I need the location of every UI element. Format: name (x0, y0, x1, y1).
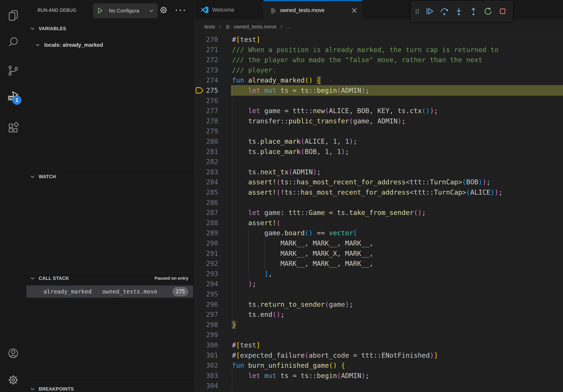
search-icon[interactable] (8, 36, 19, 48)
line-number[interactable]: 286 (194, 197, 218, 208)
code-line[interactable]: 270#[test] (194, 34, 563, 45)
code-line[interactable]: 290 MARK__, MARK__, MARK__, (194, 238, 563, 248)
watch-section-header[interactable]: WATCH (26, 171, 194, 182)
account-icon[interactable] (8, 348, 19, 359)
step-out-icon[interactable] (468, 6, 479, 16)
close-icon[interactable] (351, 7, 358, 14)
line-number[interactable]: 299 (194, 330, 218, 340)
code-line[interactable]: 272/// the player who made the "false" m… (194, 55, 563, 65)
code-line[interactable]: 281 ts.place_mark(BOB, 1, 1); (194, 146, 563, 157)
line-number[interactable]: 284 (194, 177, 218, 187)
variables-section-header[interactable]: VARIABLES (26, 23, 194, 34)
code-line[interactable]: 296 ts.return_to_sender(game); (194, 299, 563, 310)
line-number[interactable]: 301 (194, 350, 218, 360)
line-number[interactable]: 293 (194, 269, 218, 279)
more-actions-icon[interactable] (175, 8, 186, 13)
line-number[interactable]: 288 (194, 218, 218, 228)
line-number[interactable]: 303 (194, 370, 218, 381)
line-number[interactable]: 282 (194, 157, 218, 167)
line-number[interactable]: 300 (194, 340, 218, 350)
line-number[interactable]: 279 (194, 126, 218, 136)
code-line[interactable]: 283 ts.next_tx(ADMIN); (194, 167, 563, 177)
line-number[interactable]: 304 (194, 380, 218, 391)
code-line[interactable]: 286 (194, 197, 563, 208)
breadcrumb-symbol[interactable]: ... (286, 24, 291, 30)
code-line[interactable]: 302fun burn_unfinished_game() { (194, 360, 563, 370)
line-number[interactable]: 302 (194, 360, 218, 370)
code-line[interactable]: 304 (194, 380, 563, 391)
code-line[interactable]: 293 ], (194, 269, 563, 279)
line-number[interactable]: 276 (194, 95, 218, 106)
code-line[interactable]: 274fun already_marked() { (194, 75, 563, 85)
stop-icon[interactable] (498, 6, 508, 16)
code-line[interactable]: 285 assert!(!ts::has_most_recent_for_add… (194, 187, 563, 197)
code-line[interactable]: 278 transfer::public_transfer(game, ADMI… (194, 116, 563, 126)
code-line[interactable]: 303 let mut ts = ts::begin(ADMIN); (194, 370, 563, 381)
line-number[interactable]: 292 (194, 258, 218, 269)
code-line[interactable]: 292 MARK__, MARK__, MARK__, (194, 258, 563, 269)
tab-welcome[interactable]: Welcome (194, 0, 264, 20)
code-line[interactable]: 301#[expected_failure(abort_code = ttt::… (194, 350, 563, 360)
step-over-icon[interactable] (439, 6, 449, 16)
line-number[interactable]: 273 (194, 65, 218, 75)
line-number[interactable]: 294 (194, 279, 218, 289)
code-line[interactable]: 273/// player. (194, 65, 563, 75)
code-line[interactable]: 276 (194, 95, 563, 106)
drag-handle[interactable] (414, 7, 420, 16)
breadcrumb-folder[interactable]: tests (204, 24, 215, 30)
code-line[interactable]: 275 let mut ts = ts::begin(ADMIN); (194, 85, 563, 95)
debug-config-dropdown[interactable]: No Configura (93, 3, 158, 18)
code-line[interactable]: 300#[test] (194, 340, 563, 350)
debug-settings-gear-icon[interactable] (159, 6, 168, 15)
extensions-icon[interactable] (8, 122, 19, 134)
code-line[interactable]: 294 ); (194, 279, 563, 289)
restart-icon[interactable] (483, 6, 493, 16)
code-line[interactable]: 295 (194, 289, 563, 299)
locals-scope-row[interactable]: locals: already_marked (26, 40, 194, 50)
line-number[interactable]: 272 (194, 55, 218, 65)
line-number[interactable]: 298 (194, 320, 218, 330)
code-line[interactable]: 291 MARK__, MARK_X, MARK__, (194, 248, 563, 259)
code-line[interactable]: 271/// When a position is already marked… (194, 45, 563, 55)
line-number[interactable]: 280 (194, 136, 218, 146)
line-number[interactable]: 274 (194, 75, 218, 85)
step-into-icon[interactable] (454, 6, 464, 16)
code-line[interactable]: 299 (194, 330, 563, 340)
breadcrumb-file[interactable]: owned_tests.move (234, 24, 277, 30)
line-number[interactable]: 289 (194, 228, 218, 238)
code-line[interactable]: 287 let game: ttt::Game = ts.take_from_s… (194, 208, 563, 218)
line-number[interactable]: 281 (194, 146, 218, 157)
code-line[interactable]: 297 ts.end(); (194, 309, 563, 320)
code-editor[interactable]: 270#[test]271/// When a position is alre… (194, 0, 563, 392)
line-number[interactable]: 297 (194, 309, 218, 320)
code-line[interactable]: 298} (194, 320, 563, 330)
code-line[interactable]: 279 (194, 126, 563, 136)
line-number[interactable]: 296 (194, 299, 218, 310)
code-line[interactable]: 289 game.board() == vector[ (194, 228, 563, 238)
start-debug-icon[interactable] (96, 7, 104, 14)
line-number[interactable]: 291 (194, 248, 218, 259)
callstack-section-header[interactable]: CALL STACK Paused on entry (26, 273, 194, 284)
line-number[interactable]: 275 (194, 85, 218, 95)
code-line[interactable]: 288 assert!( (194, 218, 563, 228)
source-control-icon[interactable] (8, 65, 19, 76)
code-line[interactable]: 282 (194, 157, 563, 167)
callstack-frame-row[interactable]: already_marked owned_tests.move 275 (26, 285, 193, 298)
line-number[interactable]: 285 (194, 187, 218, 197)
line-number[interactable]: 295 (194, 289, 218, 299)
line-number[interactable]: 290 (194, 238, 218, 248)
line-number[interactable]: 287 (194, 208, 218, 218)
code-line[interactable]: 280 ts.place_mark(ALICE, 1, 1); (194, 136, 563, 146)
line-number[interactable]: 283 (194, 167, 218, 177)
tab-owned-tests-move[interactable]: owned_tests.move (264, 0, 362, 20)
line-number[interactable]: 278 (194, 116, 218, 126)
code-line[interactable]: 284 assert!(ts::has_most_recent_for_addr… (194, 177, 563, 187)
line-number[interactable]: 277 (194, 105, 218, 116)
breakpoints-section-header[interactable]: BREAKPOINTS (26, 384, 194, 392)
line-number[interactable]: 271 (194, 45, 218, 55)
settings-gear-icon[interactable] (8, 374, 19, 386)
line-number[interactable]: 270 (194, 34, 218, 45)
explorer-icon[interactable] (8, 10, 19, 21)
continue-icon[interactable] (424, 6, 435, 16)
code-line[interactable]: 277 let game = ttt::new(ALICE, BOB, KEY,… (194, 105, 563, 116)
